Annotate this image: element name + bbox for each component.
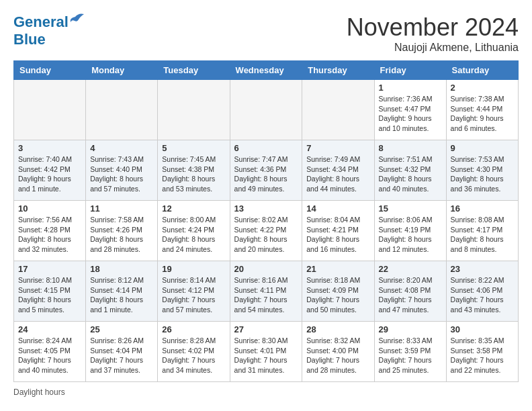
day-info: Sunrise: 8:02 AM Sunset: 4:22 PM Dayligh… [234, 215, 298, 255]
calendar-cell: 10Sunrise: 7:56 AM Sunset: 4:28 PM Dayli… [14, 201, 86, 261]
calendar-cell: 8Sunrise: 7:51 AM Sunset: 4:32 PM Daylig… [374, 140, 446, 201]
day-info: Sunrise: 8:26 AM Sunset: 4:04 PM Dayligh… [90, 336, 153, 375]
day-info: Sunrise: 8:24 AM Sunset: 4:05 PM Dayligh… [18, 336, 81, 375]
day-number: 23 [451, 264, 514, 274]
calendar-week-row: 1Sunrise: 7:36 AM Sunset: 4:47 PM Daylig… [14, 80, 519, 140]
day-info: Sunrise: 7:47 AM Sunset: 4:36 PM Dayligh… [234, 154, 298, 194]
calendar-cell: 28Sunrise: 8:32 AM Sunset: 4:00 PM Dayli… [302, 322, 374, 382]
day-number: 3 [18, 143, 81, 153]
calendar-cell: 27Sunrise: 8:30 AM Sunset: 4:01 PM Dayli… [230, 322, 302, 382]
logo-text: General Blue [13, 13, 69, 48]
calendar-cell: 29Sunrise: 8:33 AM Sunset: 3:59 PM Dayli… [374, 322, 446, 382]
day-info: Sunrise: 7:45 AM Sunset: 4:38 PM Dayligh… [162, 154, 225, 194]
calendar-cell: 22Sunrise: 8:20 AM Sunset: 4:08 PM Dayli… [374, 261, 446, 322]
day-info: Sunrise: 8:06 AM Sunset: 4:19 PM Dayligh… [379, 215, 442, 255]
day-number: 1 [379, 83, 442, 93]
calendar-week-row: 10Sunrise: 7:56 AM Sunset: 4:28 PM Dayli… [14, 201, 519, 261]
day-number: 8 [379, 143, 442, 153]
day-number: 12 [162, 203, 225, 214]
day-info: Sunrise: 7:43 AM Sunset: 4:40 PM Dayligh… [90, 154, 153, 194]
calendar-cell: 7Sunrise: 7:49 AM Sunset: 4:34 PM Daylig… [302, 140, 374, 201]
day-info: Sunrise: 8:10 AM Sunset: 4:15 PM Dayligh… [18, 275, 81, 315]
calendar-cell: 9Sunrise: 7:53 AM Sunset: 4:30 PM Daylig… [446, 140, 518, 201]
calendar-cell: 19Sunrise: 8:14 AM Sunset: 4:12 PM Dayli… [158, 261, 230, 322]
day-info: Sunrise: 8:16 AM Sunset: 4:11 PM Dayligh… [234, 275, 298, 315]
day-info: Sunrise: 7:58 AM Sunset: 4:26 PM Dayligh… [90, 215, 153, 255]
day-number: 2 [451, 83, 514, 93]
calendar-cell: 16Sunrise: 8:08 AM Sunset: 4:17 PM Dayli… [446, 201, 518, 261]
day-number: 10 [18, 203, 81, 214]
page-header: General Blue November 2024 Naujoji Akmen… [13, 13, 519, 54]
footer-note: Daylight hours [13, 387, 519, 397]
day-number: 29 [379, 324, 442, 334]
calendar-cell: 18Sunrise: 8:12 AM Sunset: 4:14 PM Dayli… [86, 261, 158, 322]
calendar-cell [158, 80, 230, 140]
calendar-cell: 1Sunrise: 7:36 AM Sunset: 4:47 PM Daylig… [374, 80, 446, 140]
day-info: Sunrise: 8:18 AM Sunset: 4:09 PM Dayligh… [306, 275, 369, 315]
day-info: Sunrise: 8:14 AM Sunset: 4:12 PM Dayligh… [162, 275, 225, 315]
logo-bird-icon [65, 11, 85, 32]
day-number: 20 [234, 264, 298, 274]
location-subtitle: Naujoji Akmene, Lithuania [347, 42, 519, 54]
calendar-day-header: Friday [374, 61, 446, 80]
calendar-week-row: 24Sunrise: 8:24 AM Sunset: 4:05 PM Dayli… [14, 322, 519, 382]
day-number: 7 [306, 143, 369, 153]
day-number: 4 [90, 143, 153, 153]
calendar-cell [86, 80, 158, 140]
calendar-day-header: Tuesday [158, 61, 230, 80]
day-info: Sunrise: 8:08 AM Sunset: 4:17 PM Dayligh… [451, 215, 514, 255]
day-info: Sunrise: 8:20 AM Sunset: 4:08 PM Dayligh… [379, 275, 442, 315]
calendar-cell: 13Sunrise: 8:02 AM Sunset: 4:22 PM Dayli… [230, 201, 302, 261]
calendar-cell: 24Sunrise: 8:24 AM Sunset: 4:05 PM Dayli… [14, 322, 86, 382]
day-number: 9 [451, 143, 514, 153]
day-number: 22 [379, 264, 442, 274]
calendar-cell: 3Sunrise: 7:40 AM Sunset: 4:42 PM Daylig… [14, 140, 86, 201]
day-info: Sunrise: 8:35 AM Sunset: 3:58 PM Dayligh… [451, 336, 514, 375]
title-block: November 2024 Naujoji Akmene, Lithuania [347, 13, 519, 54]
day-number: 21 [306, 264, 369, 274]
day-number: 14 [306, 203, 369, 214]
day-info: Sunrise: 8:30 AM Sunset: 4:01 PM Dayligh… [234, 336, 298, 375]
month-title: November 2024 [347, 13, 519, 42]
day-number: 13 [234, 203, 298, 214]
day-info: Sunrise: 8:04 AM Sunset: 4:21 PM Dayligh… [306, 215, 369, 255]
day-number: 27 [234, 324, 298, 334]
day-info: Sunrise: 8:22 AM Sunset: 4:06 PM Dayligh… [451, 275, 514, 315]
day-number: 26 [162, 324, 225, 334]
calendar-cell: 21Sunrise: 8:18 AM Sunset: 4:09 PM Dayli… [302, 261, 374, 322]
calendar-cell: 4Sunrise: 7:43 AM Sunset: 4:40 PM Daylig… [86, 140, 158, 201]
day-number: 25 [90, 324, 153, 334]
day-info: Sunrise: 8:00 AM Sunset: 4:24 PM Dayligh… [162, 215, 225, 255]
logo: General Blue [13, 13, 85, 48]
day-number: 18 [90, 264, 153, 274]
calendar-cell: 5Sunrise: 7:45 AM Sunset: 4:38 PM Daylig… [158, 140, 230, 201]
calendar-cell: 20Sunrise: 8:16 AM Sunset: 4:11 PM Dayli… [230, 261, 302, 322]
calendar-day-header: Sunday [14, 61, 86, 80]
calendar-cell: 14Sunrise: 8:04 AM Sunset: 4:21 PM Dayli… [302, 201, 374, 261]
calendar-week-row: 3Sunrise: 7:40 AM Sunset: 4:42 PM Daylig… [14, 140, 519, 201]
calendar-cell: 30Sunrise: 8:35 AM Sunset: 3:58 PM Dayli… [446, 322, 518, 382]
day-number: 11 [90, 203, 153, 214]
day-info: Sunrise: 7:56 AM Sunset: 4:28 PM Dayligh… [18, 215, 81, 255]
day-number: 16 [451, 203, 514, 214]
calendar-cell [230, 80, 302, 140]
day-number: 17 [18, 264, 81, 274]
calendar-cell: 17Sunrise: 8:10 AM Sunset: 4:15 PM Dayli… [14, 261, 86, 322]
calendar-table: SundayMondayTuesdayWednesdayThursdayFrid… [13, 60, 519, 382]
day-number: 19 [162, 264, 225, 274]
calendar-cell: 26Sunrise: 8:28 AM Sunset: 4:02 PM Dayli… [158, 322, 230, 382]
calendar-day-header: Saturday [446, 61, 518, 80]
calendar-cell: 12Sunrise: 8:00 AM Sunset: 4:24 PM Dayli… [158, 201, 230, 261]
calendar-day-header: Wednesday [230, 61, 302, 80]
day-info: Sunrise: 8:32 AM Sunset: 4:00 PM Dayligh… [306, 336, 369, 375]
calendar-cell: 25Sunrise: 8:26 AM Sunset: 4:04 PM Dayli… [86, 322, 158, 382]
day-number: 24 [18, 324, 81, 334]
day-number: 15 [379, 203, 442, 214]
calendar-cell: 15Sunrise: 8:06 AM Sunset: 4:19 PM Dayli… [374, 201, 446, 261]
day-info: Sunrise: 7:51 AM Sunset: 4:32 PM Dayligh… [379, 154, 442, 194]
calendar-cell: 11Sunrise: 7:58 AM Sunset: 4:26 PM Dayli… [86, 201, 158, 261]
calendar-cell [302, 80, 374, 140]
day-info: Sunrise: 8:28 AM Sunset: 4:02 PM Dayligh… [162, 336, 225, 375]
day-info: Sunrise: 7:40 AM Sunset: 4:42 PM Dayligh… [18, 154, 81, 194]
calendar-cell: 23Sunrise: 8:22 AM Sunset: 4:06 PM Dayli… [446, 261, 518, 322]
